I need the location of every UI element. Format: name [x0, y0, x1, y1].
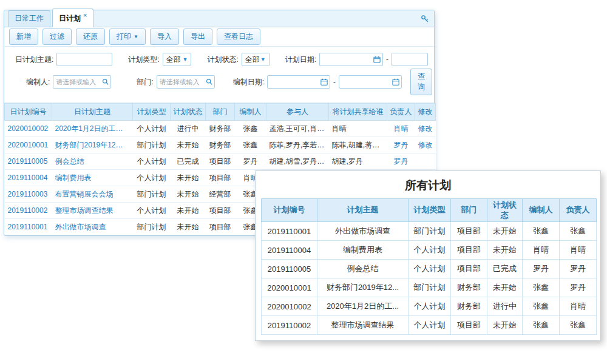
plan-status-select[interactable]: 全部 ▼ [242, 53, 270, 66]
view-log-button-label: 查看日志 [224, 32, 253, 42]
cell-owner[interactable]: 罗丹 [387, 153, 415, 170]
cell-dept: 项目部 [206, 153, 235, 170]
col-header-participants[interactable]: 参与人 [266, 104, 329, 121]
cell-subject[interactable]: 例会总结 [52, 153, 133, 170]
plan-type-value: 全部 [166, 55, 181, 65]
popup-row[interactable]: 2019110002 整理市场调查结果 个人计划 项目部 未开始 张鑫 张鑫 [262, 316, 597, 335]
view-log-button[interactable]: 查看日志 [217, 29, 260, 45]
subject-input[interactable] [56, 53, 112, 66]
cell-type: 部门计划 [409, 278, 451, 297]
cell-creator: 张鑫 [523, 316, 560, 335]
subject-label: 日计划主题: [15, 55, 53, 65]
col-header-plan-id[interactable]: 日计划编号 [5, 104, 52, 121]
cell-status: 未开始 [171, 186, 206, 203]
cell-type: 个人计划 [409, 297, 451, 316]
tab-daily-work[interactable]: 日常工作 [8, 10, 50, 27]
cell-subject[interactable]: 布置营销展会会场 [52, 186, 133, 203]
cell-type: 个人计划 [409, 316, 451, 335]
plan-status-value: 全部 [245, 55, 260, 65]
col-header-creator[interactable]: 编制人 [235, 104, 266, 121]
cell-creator: 肖晴 [523, 241, 560, 260]
col-header-subject[interactable]: 日计划主题 [52, 104, 133, 121]
plan-date-to-input[interactable] [392, 53, 428, 66]
cell-dept: 财务部 [206, 121, 235, 137]
export-button[interactable]: 导出 [183, 29, 212, 45]
cell-plan-id[interactable]: 2020010001 [5, 137, 52, 153]
close-tab-icon[interactable]: × [83, 12, 87, 19]
cell-subject[interactable]: 2020年1月2日的工作日... [52, 121, 133, 137]
col-header-share[interactable]: 将计划共享给谁 [329, 104, 387, 121]
table-row[interactable]: 2020010002 2020年1月2日的工作日... 个人计划 进行中 财务部… [5, 121, 436, 137]
new-button-label: 新增 [16, 32, 31, 42]
popup-row[interactable]: 2020010002 2020年1月2日的工... 个人计划 财务部 进行中 张… [262, 297, 597, 316]
print-button[interactable]: 打印▼ [109, 29, 146, 45]
caret-down-icon: ▼ [183, 56, 188, 62]
calendar-icon[interactable] [320, 78, 328, 86]
date-separator: - [333, 78, 336, 86]
cell-owner[interactable]: 肖晴 [387, 121, 415, 137]
col-header-dept[interactable]: 部门 [206, 104, 235, 121]
cell-modify-link[interactable]: 修改 [415, 137, 436, 153]
popup-row[interactable]: 2020010001 财务部门2019年12... 部门计划 财务部 未开始 张… [262, 278, 597, 297]
filter-button[interactable]: 过滤 [42, 29, 72, 45]
cell-dept: 项目部 [451, 316, 487, 335]
calendar-icon[interactable] [392, 78, 399, 86]
cell-participants: 孟浩,王可可,肖晴,张鑫 [266, 121, 329, 137]
col-header-modify[interactable]: 修改 [415, 104, 436, 121]
cell-plan-id[interactable]: 2020010002 [5, 121, 52, 137]
cell-modify-link[interactable] [415, 153, 436, 170]
filter-button-label: 过滤 [50, 32, 64, 42]
plan-type-select[interactable]: 全部 ▼ [163, 53, 192, 66]
search-icon[interactable] [206, 78, 212, 85]
cell-plan-id: 2020010001 [262, 278, 317, 297]
key-icon[interactable] [421, 15, 429, 23]
cell-creator: 张鑫 [523, 278, 560, 297]
cell-type: 个人计划 [133, 153, 171, 170]
calendar-icon[interactable] [373, 56, 381, 63]
cell-creator: 罗丹 [235, 153, 266, 170]
cell-plan-id[interactable]: 2019110004 [5, 170, 52, 186]
cell-plan-id: 2019110005 [262, 260, 317, 278]
cell-type: 个人计划 [133, 170, 171, 186]
cell-owner: 罗丹 [560, 278, 597, 297]
popup-header-row: 计划编号 计划主题 计划类型 部门 计划状态 编制人 负责人 [262, 199, 597, 222]
date-separator: - [386, 55, 388, 64]
new-button[interactable]: 新增 [9, 29, 38, 45]
query-button[interactable]: 查询 [410, 69, 432, 95]
cell-plan-id[interactable]: 2019110001 [5, 219, 52, 235]
tab-daily-plan[interactable]: 日计划× [52, 8, 93, 27]
cell-owner[interactable]: 罗丹 [387, 137, 415, 153]
table-row[interactable]: 2020010001 财务部门2019年12月的... 部门计划 未开始 财务部… [5, 137, 436, 153]
import-button-label: 导入 [157, 32, 172, 42]
cell-plan-id[interactable]: 2019110003 [5, 186, 52, 203]
cell-plan-id[interactable]: 2019110002 [5, 203, 52, 219]
cell-plan-id: 2019110002 [262, 316, 317, 335]
table-row[interactable]: 2019110005 例会总结 个人计划 已完成 项目部 罗丹 胡建,胡雪,罗丹… [5, 153, 436, 170]
cell-subject[interactable]: 编制费用表 [52, 170, 133, 186]
cell-dept: 项目部 [451, 260, 487, 278]
popup-row[interactable]: 2019110004 编制费用表 个人计划 项目部 未开始 肖晴 肖晴 [262, 241, 597, 260]
cell-type: 个人计划 [409, 241, 451, 260]
restore-button[interactable]: 还原 [76, 29, 105, 45]
all-plans-table: 计划编号 计划主题 计划类型 部门 计划状态 编制人 负责人 201911000… [261, 198, 597, 335]
search-icon[interactable] [102, 78, 109, 85]
cell-subject[interactable]: 财务部门2019年12月的... [52, 137, 133, 153]
import-button[interactable]: 导入 [150, 29, 179, 45]
cell-subject[interactable]: 外出做市场调查 [52, 219, 133, 235]
popup-col-owner: 负责人 [560, 199, 597, 222]
filter-row-1: 日计划主题: 计划类型: 全部 ▼ 计划状态: 全部 ▼ 计划日期: - [9, 53, 429, 66]
popup-row[interactable]: 2019110001 外出做市场调查 部门计划 项目部 未开始 张鑫 张鑫 [262, 222, 597, 241]
cell-modify-link[interactable]: 修改 [415, 121, 436, 137]
cell-owner: 张鑫 [560, 222, 597, 241]
popup-row[interactable]: 2019110005 例会总结 个人计划 项目部 已完成 罗丹 罗丹 [262, 260, 597, 278]
cell-type: 部门计划 [133, 137, 171, 153]
cell-subject: 整理市场调查结果 [317, 316, 409, 335]
cell-subject: 2020年1月2日的工... [317, 297, 409, 316]
table-header-row: 日计划编号 日计划主题 计划类型 计划状态 部门 编制人 参与人 将计划共享给谁… [5, 104, 436, 121]
cell-subject[interactable]: 整理市场调查结果 [52, 203, 133, 219]
col-header-owner[interactable]: 负责人 [387, 104, 415, 121]
col-header-type[interactable]: 计划类型 [133, 104, 171, 121]
col-header-status[interactable]: 计划状态 [171, 104, 206, 121]
popup-title: 所有计划 [261, 174, 595, 198]
cell-plan-id[interactable]: 2019110005 [5, 153, 52, 170]
